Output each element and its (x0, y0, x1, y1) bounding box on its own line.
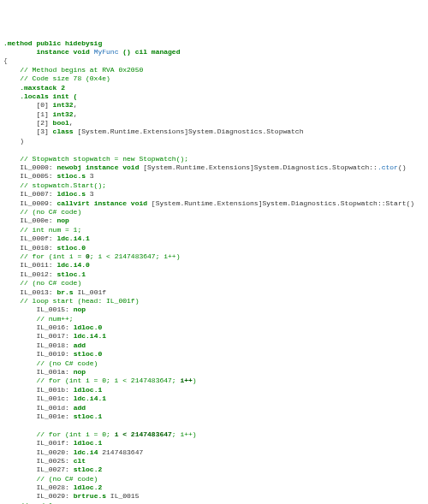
il-000e: IL_000e: nop (3, 216, 69, 224)
il-0010: IL_0010: stloc.0 (3, 244, 86, 252)
locals-close: ) (3, 137, 24, 145)
il-0019: IL_0019: stloc.0 (3, 350, 102, 358)
method-signature-line1: .method public hidebysig (3, 39, 102, 47)
il-0018: IL_0018: add (3, 341, 86, 349)
il-0029: IL_0029: brtrue.s IL_0015 (3, 492, 139, 500)
il-0012: IL_0012: stloc.1 (3, 270, 86, 278)
il-001a: IL_001a: nop (3, 368, 86, 376)
il-0013: IL_0013: br.s IL_001f (3, 288, 106, 296)
il-0025: IL_0025: clt (3, 457, 86, 465)
local-3: [3] class [System.Runtime.Extensions]Sys… (3, 127, 303, 135)
sig-post: () cil managed (118, 48, 180, 56)
locals-init: .locals init ( (3, 92, 77, 100)
il-0016: IL_0016: ldloc.0 (3, 323, 102, 331)
il-0017: IL_0017: ldc.i4.1 (3, 332, 106, 340)
comment-for2: // for (int i = 0; i < 2147483647; i++) (3, 377, 197, 384)
il-0005: IL_0005: stloc.s 3 (3, 172, 94, 180)
il-001e: IL_001e: stloc.1 (3, 412, 102, 420)
comment-nocs3: // (no C# code) (3, 359, 98, 367)
comment-for3: // for (int i = 0; i < 2147483647; i++) (3, 430, 197, 438)
il-0009: IL_0009: callvirt instance void [System.… (3, 199, 414, 207)
il-001c: IL_001c: ldc.i4.1 (3, 394, 106, 402)
maxstack: .maxstack 2 (3, 84, 65, 92)
local-2: [2] bool, (3, 119, 74, 127)
comment-nocs1: // (no C# code) (3, 208, 81, 216)
comment-num: // int num = 1; (3, 226, 81, 234)
local-0: [0] int32, (3, 101, 77, 109)
il-001f: IL_001f: ldloc.1 (3, 439, 102, 447)
il-0011: IL_0011: ldc.i4.0 (3, 261, 90, 269)
il-0020: IL_0020: ldc.i4 2147483647 (3, 448, 143, 456)
il-0007: IL_0007: ldloc.s 3 (3, 190, 94, 198)
local-1: [1] int32, (3, 110, 77, 118)
il-0015: IL_0015: nop (3, 305, 86, 313)
method-name: MyFunc (94, 48, 119, 56)
il-0028: IL_0028: ldloc.2 (3, 483, 102, 491)
comment-nocs2: // (no C# code) (3, 279, 81, 287)
comment-rva: // Method begins at RVA 0x2050 (3, 66, 143, 74)
comment-loopstart: // loop start (head: IL_001f) (3, 297, 139, 305)
comment-codesize: // Code size 78 (0x4e) (3, 74, 110, 82)
il-0000: IL_0000: newobj instance void [System.Ru… (3, 163, 407, 171)
il-001b: IL_001b: ldloc.1 (3, 386, 102, 394)
comment-numpp: // num++; (3, 315, 74, 323)
comment-for1: // for (int i = 0; i < 2147483647; i++) (3, 252, 180, 260)
comment-nocs4: // (no C# code) (3, 475, 98, 483)
il-001d: IL_001d: add (3, 404, 86, 412)
sig-instance: instance void (36, 48, 93, 56)
il-0027: IL_0027: stloc.2 (3, 465, 102, 473)
il-000f: IL_000f: ldc.i4.1 (3, 234, 90, 242)
il-disassembly: .method public hidebysig instance void M… (3, 39, 425, 504)
brace-open: { (3, 56, 8, 64)
comment-start: // stopwatch.Start(); (3, 181, 106, 189)
comment-new-stopwatch: // Stopwatch stopwatch = new Stopwatch()… (3, 155, 188, 163)
